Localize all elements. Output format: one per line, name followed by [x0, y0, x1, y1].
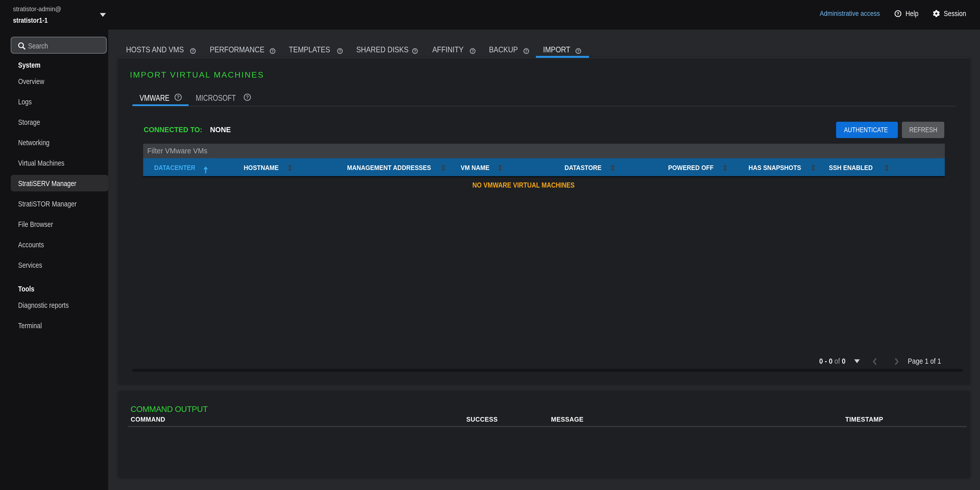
- svg-text:?: ?: [897, 11, 899, 16]
